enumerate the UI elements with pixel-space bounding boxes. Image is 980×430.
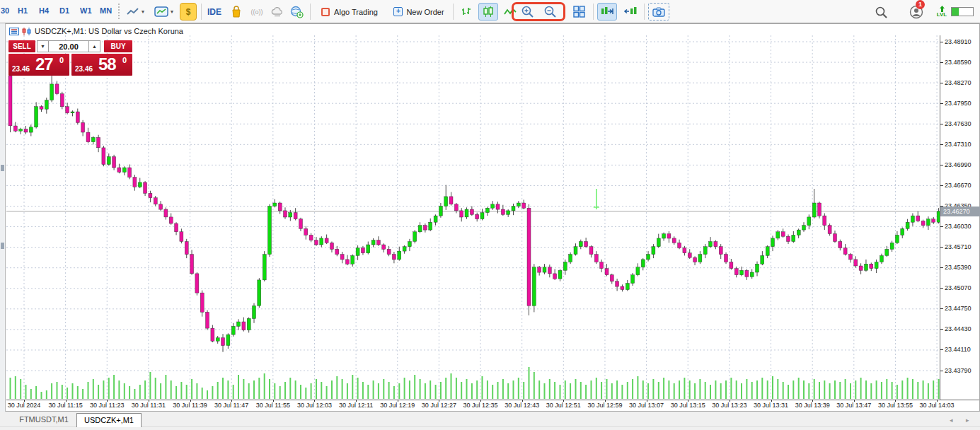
candle xyxy=(906,219,909,231)
candle xyxy=(169,214,173,225)
candlestick-chart-button[interactable] xyxy=(478,3,498,21)
candle xyxy=(19,128,23,134)
volume-increase-button[interactable]: ▲ xyxy=(88,40,100,52)
candlestick-chart[interactable] xyxy=(6,35,940,400)
market-button[interactable] xyxy=(228,3,245,21)
candle xyxy=(558,269,562,281)
candle xyxy=(55,81,59,95)
candle xyxy=(600,260,604,272)
ide-button[interactable]: IDE xyxy=(204,3,225,21)
candle xyxy=(387,246,391,257)
price-tick xyxy=(940,371,943,371)
zoom-out-icon xyxy=(543,5,557,18)
price-axis-label: 23.47310 xyxy=(945,141,972,148)
candle xyxy=(50,76,54,102)
candle xyxy=(563,260,567,275)
candle xyxy=(460,208,463,221)
price-tick xyxy=(940,308,943,309)
splitter-grip[interactable] xyxy=(1,165,4,171)
chart-shift-button[interactable] xyxy=(620,3,640,21)
auto-scroll-button[interactable] xyxy=(597,3,617,21)
account-button[interactable]: 1 xyxy=(907,3,926,21)
candle xyxy=(678,240,681,250)
candle xyxy=(13,122,17,133)
zoom-in-button[interactable] xyxy=(517,3,537,21)
time-axis-label: 30 Jul 13:23 xyxy=(712,402,746,409)
candle xyxy=(532,264,536,312)
buy-button[interactable]: BUY xyxy=(104,40,132,52)
currency-button[interactable]: $ xyxy=(180,3,197,21)
sell-price-big: 27 xyxy=(35,54,53,74)
candle xyxy=(828,223,831,236)
community-button[interactable] xyxy=(287,3,306,21)
timeframe-h1[interactable]: H1 xyxy=(18,6,28,15)
search-button[interactable] xyxy=(872,3,890,21)
price-axis-separator xyxy=(940,35,940,400)
line-studies-button[interactable]: ▼ xyxy=(124,3,148,21)
timeframe-h4[interactable]: H4 xyxy=(39,6,49,15)
sell-price-panel[interactable]: 23.46 27 0 xyxy=(8,54,69,76)
candle xyxy=(594,251,598,264)
timeframe-d1[interactable]: D1 xyxy=(59,6,69,15)
candle xyxy=(392,252,396,263)
toolbar-separator xyxy=(593,4,594,20)
tab-ftmusdt[interactable]: FTMUSDT,M1 xyxy=(13,413,75,427)
chart-shift-icon xyxy=(623,6,637,17)
splitter-grip[interactable] xyxy=(1,243,4,249)
candle xyxy=(76,109,79,125)
left-dock-strip[interactable] xyxy=(0,23,6,412)
volume-input[interactable]: 20.00 xyxy=(49,40,88,52)
candle xyxy=(932,217,935,224)
signals-button[interactable]: ((o)) xyxy=(248,3,266,21)
cloud-button[interactable] xyxy=(269,3,286,21)
candle xyxy=(657,234,660,248)
toolbar-separator xyxy=(201,4,202,20)
connection-progress-bar xyxy=(951,7,974,16)
tab-scroll-arrows[interactable]: ◂ ▸ xyxy=(950,417,975,424)
timeframe-w1[interactable]: W1 xyxy=(80,6,92,15)
candle xyxy=(376,236,380,246)
volume-bars xyxy=(10,367,940,399)
candle xyxy=(175,222,178,235)
buy-price-sup: 0 xyxy=(122,56,127,64)
timeframe-m30[interactable]: 30 xyxy=(1,6,9,15)
bar-chart-button[interactable] xyxy=(457,3,475,21)
candle xyxy=(226,333,230,349)
candle xyxy=(818,202,822,219)
candle xyxy=(569,252,572,264)
candle xyxy=(890,241,894,252)
candle xyxy=(309,233,313,243)
candle xyxy=(278,202,282,214)
notification-badge: 1 xyxy=(916,0,925,9)
candle xyxy=(574,243,577,255)
price-axis-label: 23.46990 xyxy=(945,161,972,168)
sell-button[interactable]: SELL xyxy=(8,40,35,52)
candle xyxy=(211,325,214,343)
timeframe-mn[interactable]: MN xyxy=(100,6,112,15)
level-button[interactable]: LVL xyxy=(934,3,950,21)
algo-trading-button[interactable]: Algo Trading xyxy=(316,3,384,21)
zoom-out-button[interactable] xyxy=(540,3,560,21)
candle xyxy=(698,251,702,264)
candle xyxy=(24,126,28,134)
candle xyxy=(517,201,520,208)
candle xyxy=(439,203,442,218)
volume-decrease-button[interactable]: ▼ xyxy=(37,40,49,52)
tab-usdczk[interactable]: USDCZK+,M1 xyxy=(76,413,142,427)
price-axis-label: 23.45710 xyxy=(945,243,972,250)
tile-windows-button[interactable] xyxy=(569,3,589,21)
candle xyxy=(543,264,546,274)
indicators-button[interactable]: ▼ xyxy=(151,3,177,21)
candle xyxy=(584,238,588,248)
new-order-button[interactable]: + New Order xyxy=(388,3,450,21)
candle xyxy=(838,240,842,251)
candle xyxy=(865,260,868,272)
price-axis-label: 23.47630 xyxy=(945,120,972,127)
screenshot-button[interactable] xyxy=(648,3,669,21)
bar-chart-icon xyxy=(461,6,472,18)
candle xyxy=(40,105,43,112)
buy-price-panel[interactable]: 23.46 58 0 xyxy=(71,54,132,76)
time-axis-label: 30 Jul 12:27 xyxy=(422,402,456,409)
candle xyxy=(776,230,780,240)
candle xyxy=(247,318,250,333)
